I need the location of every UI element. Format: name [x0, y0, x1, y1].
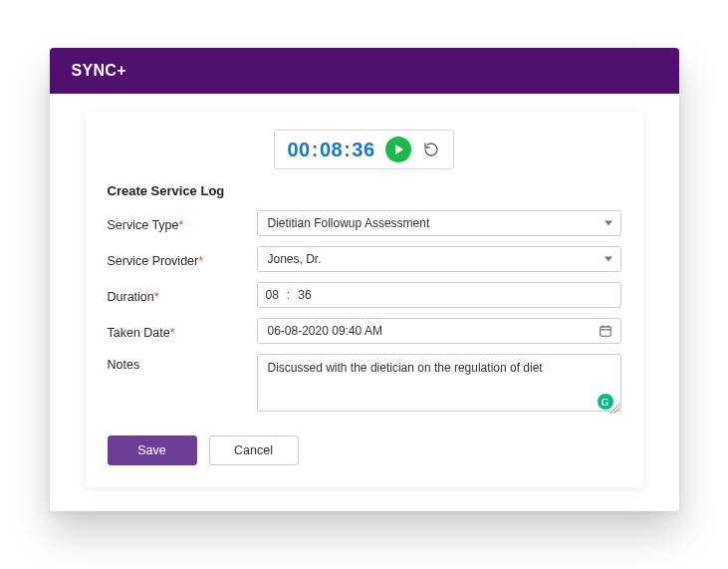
play-icon [392, 143, 404, 155]
reset-button[interactable] [421, 140, 441, 159]
app-header: SYNC+ [50, 48, 679, 94]
app-card: SYNC+ 00:08:36 [50, 48, 679, 511]
timer-row: 00:08:36 [108, 130, 621, 169]
svg-marker-0 [395, 144, 403, 154]
notes-wrap: G [257, 354, 621, 416]
timer-minutes: 08 [320, 139, 343, 160]
taken-date-input[interactable]: 06-08-2020 09:40 AM [257, 318, 621, 344]
row-notes: Notes G [108, 354, 621, 416]
timer-box: 00:08:36 [274, 130, 453, 169]
duration-seconds: 36 [298, 288, 311, 302]
body-pad: 00:08:36 Create Service Log [50, 94, 679, 511]
duration-input[interactable]: 08 : 36 [257, 282, 621, 308]
timer-hours: 00 [287, 139, 310, 160]
chevron-down-icon [605, 257, 612, 262]
timer-display: 00:08:36 [287, 139, 374, 161]
play-button[interactable] [385, 137, 411, 162]
form-card: 00:08:36 Create Service Log [86, 112, 643, 487]
timer-seconds: 36 [352, 139, 374, 160]
label-service-provider: Service Provider* [108, 250, 257, 268]
form-title: Create Service Log [108, 183, 621, 198]
row-service-type: Service Type* Dietitian Followup Assessm… [108, 210, 621, 236]
notes-textarea[interactable] [257, 354, 621, 412]
save-button[interactable]: Save [108, 435, 197, 465]
label-duration: Duration* [108, 286, 257, 304]
calendar-icon [599, 324, 612, 338]
svg-rect-1 [600, 327, 610, 336]
button-row: Save Cancel [108, 435, 621, 465]
label-service-type: Service Type* [108, 214, 257, 232]
row-service-provider: Service Provider* Jones, Dr. [108, 246, 621, 272]
service-provider-select[interactable]: Jones, Dr. [257, 246, 621, 272]
reset-icon [423, 142, 439, 157]
label-taken-date: Taken Date* [108, 322, 257, 340]
taken-date-value: 06-08-2020 09:40 AM [268, 324, 382, 338]
service-type-value: Dietitian Followup Assessment [268, 216, 430, 230]
row-duration: Duration* 08 : 36 [108, 282, 621, 308]
service-provider-value: Jones, Dr. [268, 252, 322, 266]
grammar-badge-icon: G [598, 394, 613, 410]
service-type-select[interactable]: Dietitian Followup Assessment [257, 210, 621, 236]
duration-separator: : [287, 288, 290, 302]
app-title: SYNC+ [72, 62, 126, 79]
chevron-down-icon [605, 221, 612, 226]
row-taken-date: Taken Date* 06-08-2020 09:40 AM [108, 318, 621, 344]
duration-minutes: 08 [266, 288, 279, 302]
cancel-button[interactable]: Cancel [209, 435, 299, 465]
label-notes: Notes [108, 354, 257, 372]
